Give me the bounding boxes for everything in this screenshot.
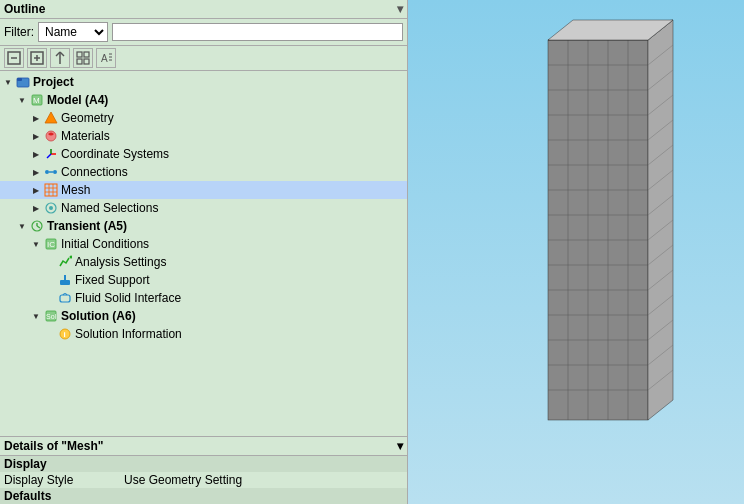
icon-solution: Sol <box>43 308 59 324</box>
tree-item-connections[interactable]: Connections <box>0 163 407 181</box>
label-coord: Coordinate Systems <box>61 147 169 161</box>
outline-title: Outline <box>4 2 45 16</box>
tree-item-sol-info[interactable]: i Solution Information <box>0 325 407 343</box>
outline-toolbar: A <box>0 46 407 71</box>
svg-rect-17 <box>17 78 22 81</box>
icon-materials <box>43 128 59 144</box>
label-sol-info: Solution Information <box>75 327 182 341</box>
tree-item-project[interactable]: Project <box>0 73 407 91</box>
toolbar-btn-4[interactable] <box>73 48 93 68</box>
outline-pin-button[interactable]: ▾ <box>397 2 403 16</box>
expand-project <box>2 76 14 88</box>
section-defaults-label: Defaults <box>0 488 407 504</box>
tree-item-geometry[interactable]: Geometry <box>0 109 407 127</box>
icon-fluid <box>57 290 73 306</box>
toolbar-btn-3[interactable] <box>50 48 70 68</box>
tree-item-fluid[interactable]: Fluid Solid Interface <box>0 289 407 307</box>
svg-marker-20 <box>45 112 57 123</box>
section-display: Display <box>0 456 407 472</box>
tree-item-transient[interactable]: Transient (A5) <box>0 217 407 235</box>
svg-point-40 <box>70 256 73 259</box>
filter-select[interactable]: Name <box>38 22 108 42</box>
toolbar-btn-5[interactable]: A <box>96 48 116 68</box>
no-expand-analysis <box>44 256 56 268</box>
svg-rect-11 <box>84 59 89 64</box>
svg-text:M: M <box>33 96 40 105</box>
no-expand-fixed <box>44 274 56 286</box>
icon-connections <box>43 164 59 180</box>
tree-item-analysis[interactable]: Analysis Settings <box>0 253 407 271</box>
svg-rect-9 <box>84 52 89 57</box>
toolbar-btn-1[interactable] <box>4 48 24 68</box>
label-project: Project <box>33 75 74 89</box>
svg-text:Sol: Sol <box>46 313 57 320</box>
tree-item-mesh[interactable]: Mesh <box>0 181 407 199</box>
label-geometry: Geometry <box>61 111 114 125</box>
tree-item-materials[interactable]: Materials <box>0 127 407 145</box>
icon-mesh <box>43 182 59 198</box>
svg-rect-28 <box>45 184 57 196</box>
icon-initial: IC <box>43 236 59 252</box>
tree-area: Project M Model (A4) Geometry <box>0 71 407 436</box>
svg-line-24 <box>47 154 51 158</box>
icon-coord <box>43 146 59 162</box>
icon-sol-info: i <box>57 326 73 342</box>
display-style-label: Display Style <box>0 472 120 488</box>
3d-mesh-view <box>408 0 744 504</box>
tree-item-initial[interactable]: IC Initial Conditions <box>0 235 407 253</box>
section-defaults: Defaults <box>0 488 407 504</box>
outline-header: Outline ▾ <box>0 0 407 19</box>
filter-bar: Filter: Name <box>0 19 407 46</box>
filter-input[interactable] <box>112 23 403 41</box>
no-expand-sol-info <box>44 328 56 340</box>
icon-fixed <box>57 272 73 288</box>
details-header: Details of "Mesh" ▾ <box>0 437 407 456</box>
svg-rect-43 <box>60 295 70 302</box>
tree-item-named[interactable]: Named Selections <box>0 199 407 217</box>
svg-line-37 <box>37 226 40 228</box>
icon-analysis <box>57 254 73 270</box>
icon-project <box>15 74 31 90</box>
svg-rect-41 <box>60 280 70 285</box>
tree-item-coord[interactable]: Coordinate Systems <box>0 145 407 163</box>
tree-item-fixed[interactable]: Fixed Support <box>0 271 407 289</box>
label-named: Named Selections <box>61 201 158 215</box>
icon-geometry <box>43 110 59 126</box>
section-display-label: Display <box>0 456 407 472</box>
tree-item-model[interactable]: M Model (A4) <box>0 91 407 109</box>
svg-text:IC: IC <box>47 240 55 249</box>
expand-solution <box>30 310 42 322</box>
expand-named <box>30 202 42 214</box>
label-solution: Solution (A6) <box>61 309 136 323</box>
label-mesh: Mesh <box>61 183 90 197</box>
label-analysis: Analysis Settings <box>75 255 166 269</box>
no-expand-fluid <box>44 292 56 304</box>
svg-rect-8 <box>77 52 82 57</box>
svg-rect-49 <box>548 40 648 420</box>
expand-transient <box>16 220 28 232</box>
svg-text:i: i <box>64 330 66 339</box>
viewport[interactable] <box>408 0 744 504</box>
toolbar-btn-2[interactable] <box>27 48 47 68</box>
svg-rect-10 <box>77 59 82 64</box>
label-initial: Initial Conditions <box>61 237 149 251</box>
label-fixed: Fixed Support <box>75 273 150 287</box>
label-model: Model (A4) <box>47 93 108 107</box>
icon-transient <box>29 218 45 234</box>
details-table: Display Display Style Use Geometry Setti… <box>0 456 407 504</box>
display-style-value: Use Geometry Setting <box>120 472 407 488</box>
label-transient: Transient (A5) <box>47 219 127 233</box>
label-connections: Connections <box>61 165 128 179</box>
tree-item-solution[interactable]: Sol Solution (A6) <box>0 307 407 325</box>
svg-point-25 <box>45 170 49 174</box>
expand-mesh <box>30 184 42 196</box>
filter-label: Filter: <box>4 25 34 39</box>
expand-materials <box>30 130 42 142</box>
details-row-display-style: Display Style Use Geometry Setting <box>0 472 407 488</box>
details-title: Details of "Mesh" <box>4 439 103 453</box>
expand-coord <box>30 148 42 160</box>
svg-text:A: A <box>101 53 108 64</box>
details-pin-button[interactable]: ▾ <box>397 439 403 453</box>
expand-initial <box>30 238 42 250</box>
expand-geometry <box>30 112 42 124</box>
